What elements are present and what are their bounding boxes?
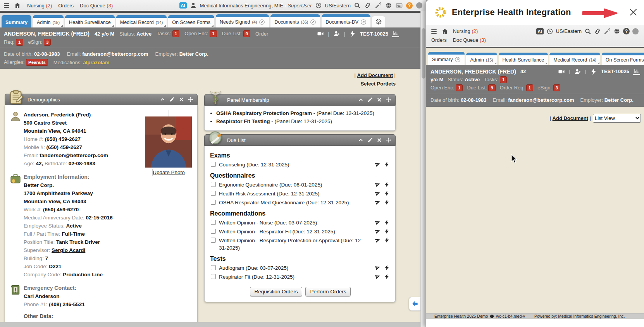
due-list-count-badge[interactable]: 9 [488, 84, 495, 91]
link-icon[interactable] [364, 2, 371, 9]
patient-name-link[interactable]: Anderson, Frederick (Fred) [24, 112, 91, 118]
open-external-icon[interactable] [259, 19, 265, 25]
menu-icon[interactable] [3, 2, 10, 9]
due-item-checkbox[interactable] [211, 191, 216, 196]
tab-documents-dv[interactable]: Documents-DV [322, 14, 370, 27]
tab-settings-gear-icon[interactable] [372, 16, 385, 27]
timezone-label[interactable]: US/Eastern [556, 28, 582, 34]
search-icon[interactable] [584, 28, 591, 35]
video-visit-icon[interactable] [558, 68, 565, 75]
due-item-checkbox[interactable] [211, 238, 216, 243]
edit-portlet-icon[interactable] [367, 137, 373, 143]
panel-membership-header[interactable]: Panel Membership [204, 94, 396, 106]
close-icon[interactable] [628, 7, 639, 17]
demographics-portlet-header[interactable]: Demographics [5, 94, 198, 105]
send-order-icon[interactable] [375, 265, 381, 271]
menu-item-orders[interactable]: Orders [58, 3, 74, 9]
ai-badge[interactable]: AI [536, 28, 544, 34]
perform-order-icon[interactable] [384, 219, 390, 225]
collapse-portlet-icon[interactable] [358, 137, 363, 143]
globe-icon[interactable] [613, 28, 620, 35]
view-mode-select[interactable]: List View [593, 114, 641, 123]
update-photo-link[interactable]: Update Photo [153, 169, 185, 175]
perform-order-icon[interactable] [384, 274, 390, 279]
user-identity[interactable]: Medical Informatics Engineering, MIE - S… [200, 3, 312, 9]
perform-orders-button[interactable]: Perform Orders [305, 287, 351, 296]
flowsheet-chart-icon[interactable] [392, 30, 399, 37]
ai-badge[interactable]: AI [179, 2, 187, 9]
flowsheet-chart-icon[interactable] [633, 68, 640, 75]
menu-item-orders[interactable]: Orders [431, 37, 447, 43]
open-external-icon[interactable] [455, 56, 461, 63]
due-item-checkbox[interactable] [211, 265, 216, 270]
patient-name[interactable]: ANDERSON, FREDERICK (FRED) [4, 31, 90, 37]
close-portlet-icon[interactable] [377, 137, 382, 143]
edit-portlet-icon[interactable] [169, 97, 175, 102]
medication-value[interactable]: alprazolam [83, 60, 109, 65]
collapse-portlet-icon[interactable] [358, 97, 363, 103]
tab-medical-record[interactable]: Medical Record(14) [549, 53, 600, 65]
tasks-count-badge[interactable]: 1 [500, 76, 507, 83]
scrollbar-thumb[interactable] [422, 28, 425, 79]
tab-summary[interactable]: Summary [428, 52, 465, 65]
tab-documents[interactable]: Documents(36) [270, 14, 320, 27]
help-icon[interactable]: ? [406, 2, 413, 9]
due-item-checkbox[interactable] [211, 274, 216, 279]
close-portlet-icon[interactable] [179, 97, 184, 102]
tab-admin[interactable]: Admin(15) [466, 53, 497, 65]
tab-medical-record[interactable]: Medical Record(14) [116, 15, 167, 27]
home-icon[interactable] [14, 2, 21, 9]
wand-icon[interactable] [375, 2, 382, 9]
open-external-icon[interactable] [310, 19, 316, 25]
perform-order-icon[interactable] [384, 265, 390, 271]
add-person-icon[interactable] [574, 68, 581, 75]
perform-order-icon[interactable] [384, 181, 390, 187]
keyboard-icon[interactable] [396, 2, 403, 9]
menu-item-nursing[interactable]: Nursing (2) [27, 3, 52, 9]
perform-order-icon[interactable] [384, 228, 390, 234]
timezone-label[interactable]: US/Eastern [325, 3, 351, 9]
due-list-header[interactable]: Due List [204, 134, 396, 146]
move-portlet-icon[interactable] [386, 97, 391, 103]
order-req-count-badge[interactable]: 1 [16, 39, 23, 46]
due-item-checkbox[interactable] [211, 162, 216, 167]
tasks-count-badge[interactable]: 1 [172, 30, 179, 37]
due-item-checkbox[interactable] [211, 182, 216, 187]
add-person-icon[interactable] [333, 30, 340, 37]
patient-name[interactable]: ANDERSON, FREDERICK (FRED) [430, 68, 516, 75]
link-icon[interactable] [594, 28, 601, 35]
collapse-panel-button[interactable] [409, 297, 420, 311]
order-req-count-badge[interactable]: 1 [526, 84, 533, 91]
tab-needs-signed[interactable]: Needs Signed(4) [216, 14, 269, 27]
quick-action-icon[interactable] [349, 30, 356, 37]
open-external-icon[interactable] [360, 19, 367, 25]
video-visit-icon[interactable] [317, 30, 324, 37]
open-enc-count-badge[interactable]: 1 [456, 84, 463, 91]
send-order-icon[interactable] [375, 190, 381, 196]
perform-order-icon[interactable] [384, 161, 390, 167]
tab-health-surveillance[interactable]: Health Surveillance [499, 53, 548, 65]
send-order-icon[interactable] [375, 228, 381, 234]
select-portlets-link[interactable]: Select Portlets [355, 80, 396, 88]
wand-icon[interactable] [604, 28, 611, 35]
perform-order-icon[interactable] [384, 190, 390, 196]
send-order-icon[interactable] [375, 219, 381, 225]
tab-health-surveillance[interactable]: Health Surveillance [65, 15, 115, 27]
edit-portlet-icon[interactable] [367, 97, 373, 103]
home-icon[interactable] [441, 28, 448, 35]
due-item-checkbox[interactable] [211, 200, 216, 205]
search-icon[interactable] [354, 2, 361, 9]
due-list-count-badge[interactable]: 9 [243, 30, 250, 37]
menu-icon[interactable] [430, 28, 437, 35]
due-item-checkbox[interactable] [211, 220, 216, 225]
help-icon[interactable]: ? [623, 28, 630, 34]
tab-on-screen-forms[interactable]: On Screen Forms [602, 53, 644, 65]
add-document-link[interactable]: | Add Document | [550, 115, 591, 121]
requisition-orders-button[interactable]: Requisition Orders [250, 287, 303, 296]
globe-icon[interactable] [385, 2, 392, 9]
perform-order-icon[interactable] [384, 199, 390, 205]
info-icon[interactable] [490, 314, 494, 318]
menu-item-doc-queue[interactable]: Doc Queue (3) [453, 37, 486, 43]
allergy-badge[interactable]: Peanuts [26, 59, 48, 66]
tab-summary[interactable]: Summary [2, 15, 31, 27]
